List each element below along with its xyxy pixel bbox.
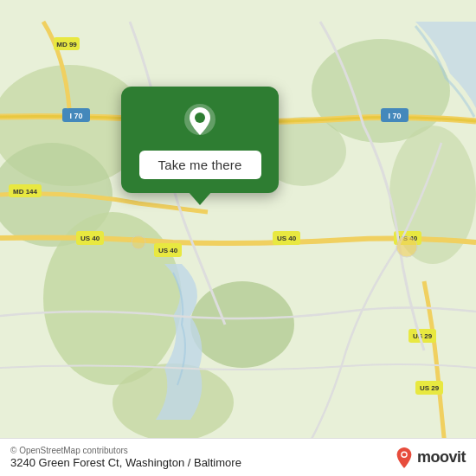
address-text: 3240 Green Forest Ct, Washington / Balti…: [10, 456, 241, 469]
popup-card: Take me there: [121, 87, 279, 193]
svg-text:US 40: US 40: [158, 247, 178, 254]
bottom-left: © OpenStreetMap contributors 3240 Green …: [10, 446, 241, 469]
svg-point-32: [195, 113, 205, 123]
svg-point-34: [402, 452, 407, 456]
moovit-logo: moovit: [395, 447, 466, 469]
map-container: I 70 I 70 MD 99 MD 144 US 40 US 40 US 40…: [0, 0, 476, 476]
svg-text:I 70: I 70: [69, 112, 82, 120]
svg-text:US 29: US 29: [420, 384, 440, 392]
svg-point-30: [132, 235, 145, 249]
location-pin-icon: [181, 102, 219, 140]
take-me-there-button[interactable]: Take me there: [139, 151, 261, 179]
svg-point-29: [396, 236, 417, 257]
copyright-text: © OpenStreetMap contributors: [10, 446, 241, 455]
svg-text:US 40: US 40: [277, 235, 297, 242]
svg-text:I 70: I 70: [388, 112, 401, 120]
svg-text:US 29: US 29: [413, 332, 433, 340]
moovit-brand-text: moovit: [417, 448, 466, 466]
moovit-pin-icon: [395, 447, 414, 469]
svg-point-4: [190, 281, 294, 368]
svg-text:MD 144: MD 144: [13, 188, 38, 196]
svg-text:US 40: US 40: [80, 235, 100, 242]
svg-text:MD 99: MD 99: [56, 41, 77, 48]
bottom-bar: © OpenStreetMap contributors 3240 Green …: [0, 438, 476, 476]
map-svg: I 70 I 70 MD 99 MD 144 US 40 US 40 US 40…: [0, 0, 476, 476]
